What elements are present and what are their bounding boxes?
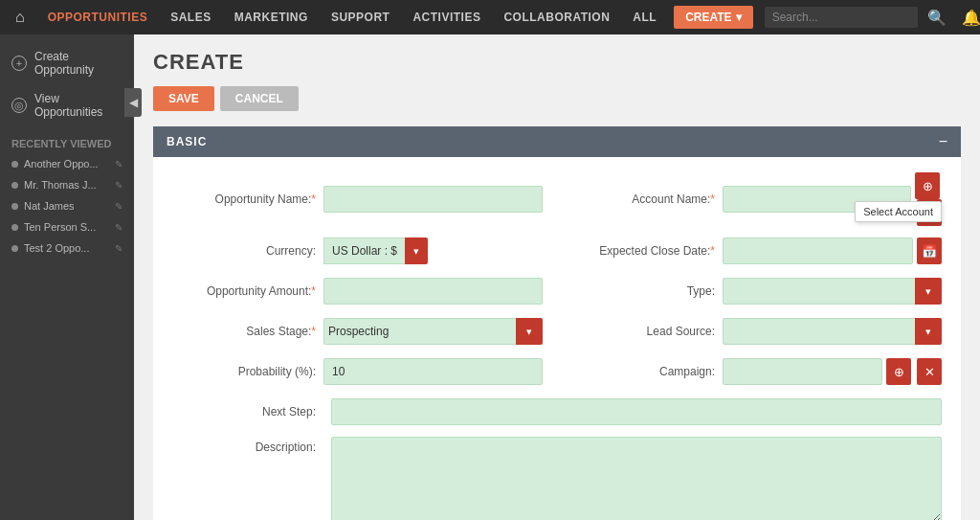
probability-field [323,358,543,385]
dropdown-arrow-icon: ▾ [736,11,742,24]
page-title: CREATE [153,50,961,75]
opportunity-amount-row: Opportunity Amount:* [172,276,543,306]
campaign-clear-button[interactable]: ✕ [917,358,942,385]
sidebar-collapse-button[interactable]: ◀ [124,88,142,117]
nav-item-support[interactable]: SUPPORT [322,0,400,34]
type-row: Type: ▾ [571,276,942,306]
expected-close-date-field: 📅 [723,237,942,264]
recent-dot-3 [11,224,18,231]
next-step-label: Next Step: [172,405,316,418]
edit-icon-0[interactable]: ✎ [115,159,122,170]
recent-item-2[interactable]: Nat James ✎ [0,195,134,216]
recent-item-label-4: Test 2 Oppo... [24,242,109,254]
recent-dot-1 [11,182,18,189]
edit-icon-3[interactable]: ✎ [115,222,122,233]
opportunity-name-label: Opportunity Name:* [172,192,316,206]
select-account-tooltip: Select Account [855,201,942,222]
next-step-input[interactable] [331,398,942,425]
type-label: Type: [571,284,715,298]
expected-close-date-label: Expected Close Date:* [571,244,715,258]
view-opportunities-icon: ◎ [11,98,27,113]
nav-item-opportunities[interactable]: OPPORTUNITIES [38,0,158,34]
probability-label: Probability (%): [172,365,316,378]
opportunity-name-input[interactable] [323,186,543,213]
nav-item-all[interactable]: ALL [623,0,666,34]
sales-stage-label: Sales Stage:* [172,325,316,338]
basic-form-grid: Opportunity Name:* Account Name:* [172,172,942,520]
create-opportunity-icon: + [11,56,27,71]
recent-dot-0 [11,161,18,168]
basic-panel-toggle[interactable]: − [939,133,947,150]
nav-create-button[interactable]: CREATE ▾ [674,6,752,29]
home-icon[interactable]: ⌂ [10,9,31,26]
basic-panel-header: BASIC − [153,126,961,157]
campaign-label: Campaign: [571,365,715,378]
recent-item-0[interactable]: Another Oppo... ✎ [0,153,134,174]
account-name-label: Account Name:* [571,192,715,206]
lead-source-label: Lead Source: [571,325,715,338]
campaign-input[interactable] [723,358,882,385]
nav-item-activities[interactable]: ACTIVITIES [403,0,490,34]
nav-item-sales[interactable]: SALES [161,0,221,34]
edit-icon-2[interactable]: ✎ [115,201,122,212]
type-select[interactable] [723,278,942,305]
sales-stage-select[interactable]: Prospecting [323,318,543,345]
nav-item-collaboration[interactable]: COLLABORATION [494,0,619,34]
probability-input[interactable] [323,358,543,385]
account-name-row: Account Name:* ⊕ ✕ Select Account [571,172,942,226]
account-select-button[interactable]: ⊕ [915,172,940,199]
search-icon-button[interactable]: 🔍 [922,9,952,27]
currency-field: US Dollar : $ ▾ [323,237,543,264]
save-button[interactable]: SAVE [153,86,214,111]
recent-dot-2 [11,203,18,210]
sidebar-item-create-opportunity[interactable]: + Create Opportunity [0,42,134,84]
recent-item-label-0: Another Oppo... [24,158,109,170]
description-textarea[interactable] [331,437,942,520]
recent-item-label-1: Mr. Thomas J... [24,179,109,191]
sidebar-item-view-opportunities-label: View Opportunities [34,92,122,119]
main-content: CREATE SAVE CANCEL BASIC − Opportunity N… [134,34,980,520]
edit-icon-4[interactable]: ✎ [115,243,122,254]
expected-close-date-input[interactable] [723,237,913,264]
edit-icon-1[interactable]: ✎ [115,180,122,191]
notifications-icon-button[interactable]: 🔔 [956,9,980,27]
opportunity-amount-field [323,278,543,305]
nav-item-marketing[interactable]: MARKETING [225,0,318,34]
cancel-button[interactable]: CANCEL [220,86,299,111]
recent-item-4[interactable]: Test 2 Oppo... ✎ [0,237,134,259]
description-field [331,437,942,520]
lead-source-select-wrapper: ▾ [723,318,942,345]
campaign-field: ⊕ ✕ [723,358,942,385]
next-step-row: Next Step: [172,396,942,427]
opportunity-amount-input[interactable] [323,278,543,305]
sales-stage-select-wrapper: Prospecting ▾ [323,318,543,345]
main-layout: + Create Opportunity ◎ View Opportunitie… [0,34,980,520]
description-row: Description: [172,437,942,520]
sales-stage-field: Prospecting ▾ [323,318,543,345]
recent-item-label-3: Ten Person S... [24,221,109,233]
recent-dot-4 [11,245,18,252]
currency-label: Currency: [172,244,316,258]
sidebar-item-view-opportunities[interactable]: ◎ View Opportunities [0,84,134,126]
next-step-field [331,398,942,425]
currency-row: Currency: US Dollar : $ ▾ [172,236,543,266]
currency-dropdown-button[interactable]: ▾ [405,237,428,264]
recently-viewed-header: Recently Viewed [0,126,134,153]
recent-item-3[interactable]: Ten Person S... ✎ [0,216,134,237]
campaign-select-button[interactable]: ⊕ [886,358,911,385]
sidebar: + Create Opportunity ◎ View Opportunitie… [0,34,134,520]
lead-source-select[interactable] [723,318,942,345]
recent-item-label-2: Nat James [24,200,109,212]
campaign-row: Campaign: ⊕ ✕ [571,356,942,387]
basic-panel-title: BASIC [167,135,207,148]
opportunity-name-row: Opportunity Name:* [172,172,543,226]
search-input[interactable] [765,7,918,28]
sidebar-item-create-opportunity-label: Create Opportunity [34,50,122,77]
calendar-icon-button[interactable]: 📅 [917,237,942,264]
recent-item-1[interactable]: Mr. Thomas J... ✎ [0,174,134,195]
expected-close-date-row: Expected Close Date:* 📅 [571,236,942,266]
top-navigation: ⌂ OPPORTUNITIES SALES MARKETING SUPPORT … [0,0,980,34]
lead-source-row: Lead Source: ▾ [571,316,942,347]
description-label: Description: [172,437,316,454]
currency-value: US Dollar : $ [323,237,405,264]
